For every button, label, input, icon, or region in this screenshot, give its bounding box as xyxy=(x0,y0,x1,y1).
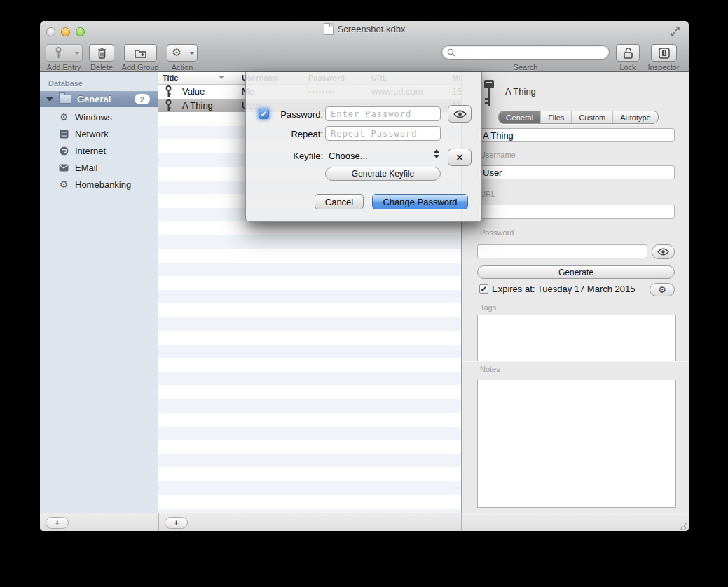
sidebar-item-windows[interactable]: ⚙ Windows xyxy=(40,109,158,125)
search-field[interactable] xyxy=(441,45,610,60)
tab-files[interactable]: Files xyxy=(540,111,571,123)
url-field[interactable] xyxy=(477,205,675,219)
clear-keyfile-button[interactable]: × xyxy=(448,149,472,166)
generate-keyfile-button[interactable]: Generate Keyfile xyxy=(325,167,441,181)
sidebar-item-label: EMail xyxy=(75,163,98,173)
footer-divider xyxy=(158,513,159,531)
inspector-button[interactable] xyxy=(651,44,677,62)
expires-settings-button[interactable]: ⚙ xyxy=(650,283,675,296)
change-password-sheet: ✓ Password: Repeat: Keyfile: Choose... ×… xyxy=(245,72,482,222)
fullscreen-icon[interactable] xyxy=(670,27,680,36)
envelope-icon xyxy=(58,164,69,172)
table-row-empty xyxy=(158,317,461,331)
repeat-password-input[interactable] xyxy=(325,126,441,141)
sidebar-item-network[interactable]: Network xyxy=(40,125,158,142)
table-row-empty xyxy=(158,413,461,427)
search-label: Search xyxy=(514,63,538,71)
column-header-title[interactable]: Title xyxy=(163,74,178,82)
table-row-empty xyxy=(158,276,461,290)
dialog-password-label: Password: xyxy=(267,109,323,120)
dropdown-chevron-icon xyxy=(75,52,79,55)
popup-stepper-icon[interactable] xyxy=(434,149,439,158)
delete-button[interactable] xyxy=(89,44,114,62)
password-field[interactable] xyxy=(477,244,647,258)
expires-label: Expires at: Tuesday 17 March 2015 xyxy=(492,284,636,294)
dialog-repeat-label: Repeat: xyxy=(267,129,323,139)
tags-input[interactable] xyxy=(477,315,676,361)
add-group-button[interactable] xyxy=(124,44,157,62)
table-row-empty xyxy=(158,440,461,454)
title-field[interactable] xyxy=(477,128,675,142)
expires-checkbox[interactable]: ✓ xyxy=(479,284,488,294)
cancel-button[interactable]: Cancel xyxy=(315,194,364,209)
inspector-tabs: General Files Custom Autotype xyxy=(498,111,659,124)
sidebar-header: Database xyxy=(48,79,83,88)
tags-label: Tags xyxy=(480,303,496,312)
cell-title: A Thing xyxy=(182,100,213,111)
add-group-plus-button[interactable]: + xyxy=(46,517,69,529)
document-icon xyxy=(324,23,334,35)
sidebar-item-email[interactable]: EMail xyxy=(40,159,158,176)
inspector-panel: A Thing General Files Custom Autotype Us… xyxy=(461,72,689,513)
keyfile-popup[interactable]: Choose... xyxy=(329,151,368,161)
eye-icon xyxy=(657,248,669,256)
info-icon xyxy=(659,48,670,59)
table-row-empty xyxy=(158,235,461,249)
search-icon xyxy=(447,48,455,57)
disclosure-triangle-icon[interactable] xyxy=(46,97,53,102)
show-password-button[interactable] xyxy=(652,244,675,259)
table-row-empty xyxy=(158,467,461,481)
username-field[interactable] xyxy=(477,165,675,179)
enter-password-input[interactable] xyxy=(325,106,441,121)
sidebar-item-internet[interactable]: Internet xyxy=(40,142,158,159)
table-row-empty xyxy=(158,358,461,372)
sidebar-item-homebanking[interactable]: ⚙ Homebanking xyxy=(40,176,158,193)
sidebar: Database General 2 ⚙ Windows xyxy=(40,72,158,513)
tab-custom[interactable]: Custom xyxy=(571,111,612,123)
inspector-entry-title: A Thing xyxy=(505,86,536,97)
app-window: Screenshot.kdbx Add Entry xyxy=(40,21,689,531)
folder-icon xyxy=(59,95,71,104)
sidebar-group-general[interactable]: General 2 xyxy=(40,91,158,107)
window-title: Screenshot.kdbx xyxy=(338,24,406,34)
footer-divider xyxy=(461,513,462,531)
add-entry-button[interactable] xyxy=(46,44,83,62)
sidebar-item-label: Network xyxy=(75,129,109,139)
lock-button[interactable] xyxy=(616,44,640,62)
sidebar-item-label: Windows xyxy=(75,112,112,123)
resize-grip[interactable] xyxy=(680,523,687,530)
dialog-keyfile-label: Keyfile: xyxy=(267,151,323,161)
action-button[interactable]: ⚙ xyxy=(167,44,198,62)
gear-icon: ⚙ xyxy=(172,48,181,58)
inspector-label: Inspector xyxy=(647,63,679,71)
table-row-empty xyxy=(158,399,461,413)
search-input[interactable] xyxy=(455,48,609,57)
table-row-empty xyxy=(158,263,461,277)
change-password-button[interactable]: Change Password xyxy=(372,194,468,209)
tab-autotype[interactable]: Autotype xyxy=(612,111,657,123)
titlebar: Screenshot.kdbx xyxy=(40,21,689,36)
window-chrome: Screenshot.kdbx Add Entry xyxy=(40,21,689,72)
server-icon xyxy=(58,130,69,139)
table-row-empty xyxy=(158,385,461,399)
table-row-empty xyxy=(158,345,461,359)
close-x-icon: × xyxy=(456,151,462,164)
eye-icon xyxy=(453,110,467,118)
generate-password-button[interactable]: Generate xyxy=(477,265,675,279)
table-row-empty xyxy=(158,454,461,468)
column-divider[interactable] xyxy=(238,74,238,83)
sidebar-item-label: Homebanking xyxy=(75,179,131,190)
cell-title: Value xyxy=(182,86,205,97)
add-entry-plus-button[interactable]: + xyxy=(165,517,188,529)
section-divider xyxy=(462,361,689,361)
entry-count-badge: 2 xyxy=(135,94,150,104)
table-row-empty xyxy=(158,427,461,441)
table-row-empty xyxy=(158,290,461,304)
notes-input[interactable] xyxy=(477,380,676,508)
action-label: Action xyxy=(172,63,193,71)
add-entry-label: Add Entry xyxy=(47,63,81,71)
notes-label: Notes xyxy=(480,365,500,373)
table-row-empty xyxy=(158,249,461,263)
reveal-password-button[interactable] xyxy=(448,105,472,123)
tab-general[interactable]: General xyxy=(499,111,540,123)
